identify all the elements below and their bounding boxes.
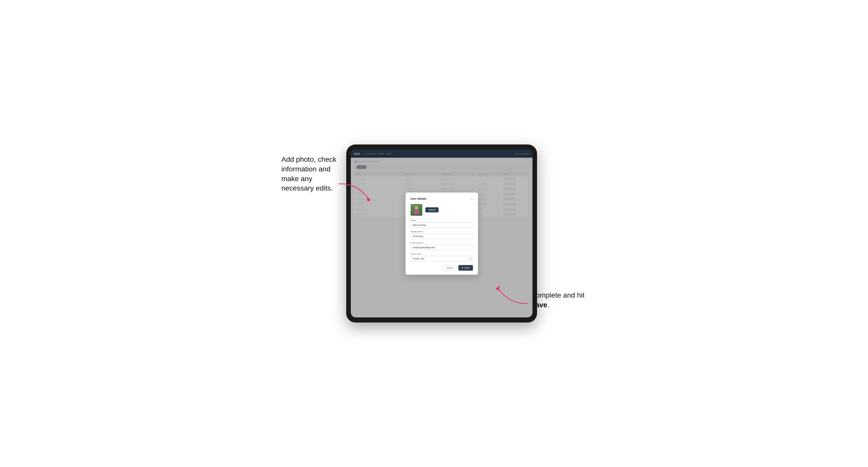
dialog-title: User details [411,197,426,200]
save-icon: ⬆ [462,267,464,269]
user-details-dialog: User details × Upload Name [405,192,478,275]
dialog-header: User details × [411,197,473,200]
email-label: Email address [411,242,473,244]
dialog-overlay: User details × Upload Name [351,150,532,317]
school-year-input[interactable] [411,256,473,261]
close-icon[interactable]: × [471,197,473,200]
school-year-field-group: School Year × ▲ ▼ [411,253,473,261]
cancel-button[interactable]: Cancel [443,265,456,271]
display-name-field-group: Display name [411,230,473,239]
email-input[interactable] [411,245,473,250]
clear-school-year-button[interactable]: × [468,257,469,260]
display-name-label: Display name [411,230,473,233]
dialog-footer: Cancel ⬆ Save [411,265,473,271]
school-year-label: School Year [411,253,473,255]
name-input[interactable] [411,222,473,228]
school-year-wrapper: × ▲ ▼ [411,256,473,261]
save-button[interactable]: ⬆ Save [458,265,473,271]
name-field-group: Name [411,219,473,228]
name-label: Name [411,219,473,222]
tablet-screen: clipd Connections Clipds Admin Help & Su… [351,150,532,317]
annotation-right: Complete and hit Save. [531,290,587,310]
save-label: Save [465,267,470,269]
school-year-spinner[interactable]: ▲ ▼ [470,257,472,261]
avatar [411,204,422,216]
upload-button[interactable]: Upload [425,207,439,212]
annotation-left: Add photo, check information and make an… [281,155,337,193]
school-year-controls: × ▲ ▼ [468,257,472,261]
tablet-device: clipd Connections Clipds Admin Help & Su… [346,145,537,322]
scene: Add photo, check information and make an… [281,134,587,333]
email-field-group: Email address [411,242,473,250]
spin-down-icon[interactable]: ▼ [470,259,472,261]
display-name-input[interactable] [411,234,473,239]
user-photo [411,204,422,216]
photo-row: Upload [411,204,473,216]
